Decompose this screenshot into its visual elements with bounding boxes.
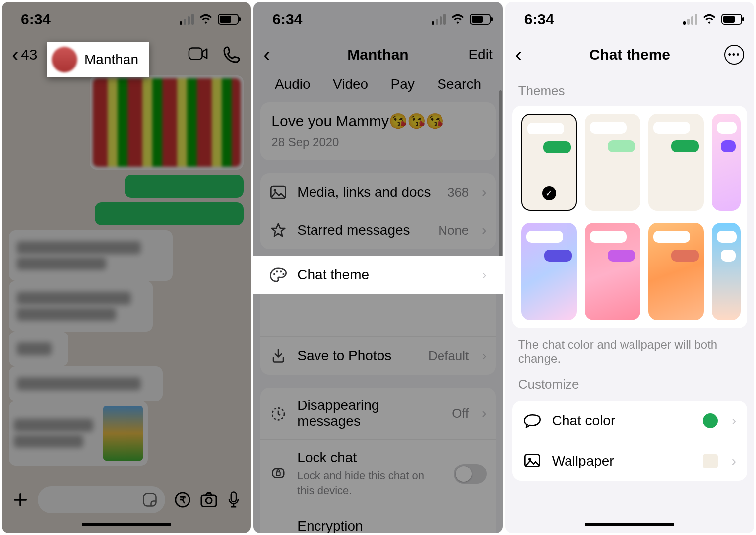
outgoing-message[interactable] bbox=[125, 175, 244, 198]
chat-theme-row[interactable]: Chat theme › bbox=[253, 256, 502, 294]
svg-rect-0 bbox=[189, 48, 202, 60]
status-bar: 6:34 bbox=[505, 2, 754, 37]
message-input[interactable] bbox=[38, 486, 165, 513]
chat-color-swatch bbox=[703, 413, 718, 428]
chevron-right-icon: › bbox=[482, 222, 486, 238]
wallpaper-row[interactable]: Wallpaper › bbox=[512, 441, 747, 481]
media-links-docs-row[interactable]: Media, links and docs 368 › bbox=[260, 173, 495, 211]
svg-rect-1 bbox=[144, 494, 156, 506]
incoming-message[interactable] bbox=[9, 281, 153, 332]
chat-theme-row-placeholder bbox=[260, 300, 495, 337]
back-count[interactable]: 43 bbox=[21, 46, 37, 63]
row-label: Lock chat bbox=[297, 450, 443, 466]
theme-option[interactable] bbox=[648, 114, 704, 211]
chevron-right-icon: › bbox=[732, 413, 736, 429]
row-value: Default bbox=[428, 348, 469, 364]
incoming-media-message[interactable] bbox=[9, 401, 148, 466]
screen-contact-info: 6:34 ‹ Manthan Edit Audio Video Pay bbox=[253, 2, 502, 533]
page-title: Chat theme bbox=[505, 46, 754, 63]
nav-bar: ‹ Manthan Edit bbox=[253, 37, 502, 72]
chat-color-row[interactable]: Chat color › bbox=[512, 401, 747, 441]
star-icon bbox=[269, 221, 287, 239]
lock-chat-row[interactable]: Lock chat Lock and hide this chat on thi… bbox=[260, 440, 495, 508]
theme-option[interactable] bbox=[712, 223, 741, 320]
tab-audio[interactable]: Audio bbox=[275, 76, 311, 92]
time: 6:34 bbox=[21, 11, 51, 28]
svg-rect-6 bbox=[231, 492, 236, 502]
tab-video[interactable]: Video bbox=[333, 76, 368, 92]
sticker-icon[interactable] bbox=[142, 492, 157, 507]
row-label: Chat theme bbox=[297, 267, 369, 283]
row-value: Off bbox=[452, 406, 469, 421]
theme-option[interactable] bbox=[648, 223, 704, 320]
svg-point-8 bbox=[274, 189, 276, 191]
chevron-right-icon: › bbox=[482, 348, 486, 364]
incoming-message[interactable] bbox=[9, 366, 163, 401]
theme-option[interactable] bbox=[585, 223, 640, 320]
avatar bbox=[52, 47, 77, 72]
chat-bubble-icon bbox=[523, 412, 541, 430]
check-icon: ✓ bbox=[542, 186, 556, 200]
theme-option[interactable] bbox=[712, 114, 741, 211]
theme-option[interactable] bbox=[585, 114, 640, 211]
home-indicator[interactable] bbox=[585, 523, 674, 526]
time: 6:34 bbox=[524, 11, 554, 28]
attach-icon[interactable] bbox=[12, 491, 29, 508]
customize-label: Customize bbox=[505, 370, 754, 399]
starred-messages-row[interactable]: Starred messages None › bbox=[260, 211, 495, 249]
svg-rect-11 bbox=[277, 472, 281, 476]
status-text: Love you Mammy😘😘😘 bbox=[260, 102, 495, 134]
wifi-icon bbox=[702, 14, 716, 25]
incoming-message[interactable] bbox=[9, 230, 173, 281]
save-to-photos-row[interactable]: Save to Photos Default › bbox=[260, 337, 495, 375]
themes-row-1: ✓ bbox=[512, 106, 747, 219]
svg-point-15 bbox=[273, 273, 275, 275]
home-indicator[interactable] bbox=[82, 523, 171, 526]
themes-hint: The chat color and wallpaper will both c… bbox=[505, 328, 754, 370]
theme-option[interactable] bbox=[521, 223, 577, 320]
status-bar: 6:34 bbox=[2, 2, 251, 37]
battery-icon bbox=[470, 14, 491, 25]
disappearing-messages-row[interactable]: Disappearing messages Off › bbox=[260, 388, 495, 440]
screen-chat: 6:34 ‹ 43 bbox=[2, 2, 251, 533]
composer: ₹ bbox=[2, 486, 251, 513]
theme-option[interactable]: ✓ bbox=[521, 114, 577, 211]
cellular-icon bbox=[432, 14, 446, 25]
encryption-row[interactable]: Encryption Messages and calls are end-to… bbox=[260, 508, 495, 533]
chevron-right-icon: › bbox=[482, 184, 486, 200]
svg-point-5 bbox=[206, 498, 212, 504]
time: 6:34 bbox=[272, 11, 302, 28]
wallpaper-swatch bbox=[703, 454, 718, 468]
outgoing-image-message[interactable] bbox=[90, 75, 244, 170]
wifi-icon bbox=[451, 14, 465, 25]
cellular-icon bbox=[180, 14, 194, 25]
lock-chat-toggle[interactable] bbox=[454, 464, 487, 484]
incoming-message[interactable] bbox=[9, 332, 68, 366]
back-icon[interactable]: ‹ bbox=[12, 43, 19, 67]
row-label: Save to Photos bbox=[297, 348, 391, 364]
cellular-icon bbox=[683, 14, 697, 25]
themes-label: Themes bbox=[505, 72, 754, 106]
row-label: Wallpaper bbox=[552, 453, 614, 469]
row-label: Chat color bbox=[552, 413, 616, 429]
tab-search[interactable]: Search bbox=[437, 76, 481, 92]
voice-call-icon[interactable] bbox=[223, 46, 241, 64]
status-bar: 6:34 bbox=[253, 2, 502, 37]
row-label: Media, links and docs bbox=[297, 184, 431, 200]
video-call-icon[interactable] bbox=[188, 46, 209, 62]
messages-area[interactable] bbox=[2, 72, 251, 525]
row-sublabel: Lock and hide this chat on this device. bbox=[297, 468, 443, 498]
camera-icon[interactable] bbox=[200, 491, 218, 508]
chevron-right-icon: › bbox=[482, 267, 486, 283]
svg-point-17 bbox=[280, 270, 282, 272]
contact-nameplate[interactable]: Manthan bbox=[47, 42, 149, 77]
chat-lock-icon bbox=[269, 465, 287, 483]
wifi-icon bbox=[199, 14, 213, 25]
mic-icon[interactable] bbox=[227, 491, 241, 509]
outgoing-message[interactable] bbox=[95, 202, 244, 225]
row-label: Starred messages bbox=[297, 222, 410, 238]
tab-pay[interactable]: Pay bbox=[391, 76, 415, 92]
rupee-icon[interactable]: ₹ bbox=[174, 491, 191, 508]
battery-icon bbox=[721, 14, 742, 25]
screen-chat-theme: 6:34 ‹ Chat theme ••• Themes ✓ bbox=[505, 2, 754, 533]
